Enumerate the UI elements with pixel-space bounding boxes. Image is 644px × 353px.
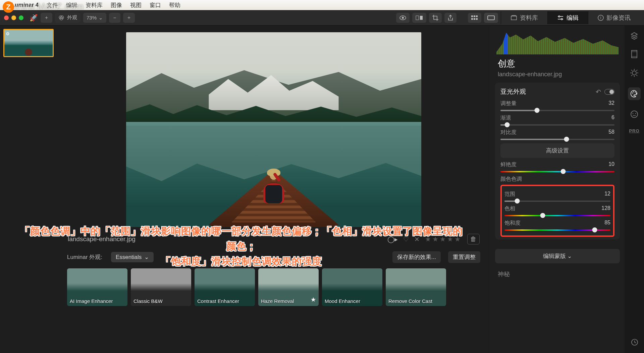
- creative-icon[interactable]: [628, 87, 641, 100]
- preset-label: AI Image Enhancer: [70, 298, 125, 304]
- next-tool-label[interactable]: 神秘: [490, 268, 625, 280]
- zoom-value: 73%: [87, 15, 97, 20]
- slider-contrast[interactable]: 对比度58: [500, 129, 614, 140]
- slider-fade[interactable]: 渐退6: [500, 115, 614, 126]
- fullscreen-window-icon[interactable]: [19, 15, 23, 20]
- slider-vibrance[interactable]: 鲜艳度10: [500, 161, 614, 172]
- slider-label: 渐退: [500, 115, 511, 122]
- preset-label: Contrast Enhancer: [197, 298, 252, 304]
- color-tone-header: 颜色色调: [500, 176, 614, 183]
- preset-item[interactable]: Remove Color Cast: [386, 268, 446, 306]
- svg-rect-6: [420, 16, 423, 20]
- add-button[interactable]: ＋: [41, 13, 52, 23]
- layers-icon[interactable]: [630, 32, 638, 40]
- venn-icon: [58, 15, 64, 21]
- svg-point-38: [633, 113, 633, 114]
- svg-point-39: [635, 113, 636, 114]
- histogram[interactable]: [496, 30, 619, 54]
- svg-point-17: [558, 16, 560, 17]
- card-toggle[interactable]: [604, 89, 614, 95]
- sliders-icon: [557, 15, 564, 20]
- grid-view-button[interactable]: [468, 13, 481, 23]
- delete-button[interactable]: 🗑: [467, 234, 480, 245]
- edit-mask-button[interactable]: 编辑蒙版 ⌄: [495, 249, 620, 263]
- svg-line-32: [636, 70, 637, 71]
- svg-rect-10: [471, 18, 473, 20]
- preset-item[interactable]: Mood Enhancer: [322, 268, 382, 306]
- compare-icon: [416, 15, 423, 20]
- preset-label: Remove Color Cast: [388, 298, 443, 304]
- filmstrip: ⚙: [0, 26, 57, 353]
- single-icon: [487, 15, 495, 20]
- svg-rect-14: [511, 16, 517, 20]
- slider-label: 饱和度: [504, 220, 521, 227]
- preview-button[interactable]: [396, 13, 410, 23]
- zoom-out-button[interactable]: −: [109, 13, 120, 23]
- portrait-icon[interactable]: [630, 110, 638, 118]
- menu-view[interactable]: 视图: [130, 1, 142, 9]
- slider-saturation[interactable]: 饱和度85: [504, 220, 610, 231]
- preset-label: Mood Enhancer: [325, 298, 380, 304]
- pro-icon[interactable]: PRO: [629, 128, 639, 133]
- slider-value: 85: [604, 220, 610, 227]
- looks-button[interactable]: 外观: [55, 13, 80, 23]
- mode-edit[interactable]: 编辑: [547, 11, 588, 24]
- info-icon: i: [598, 15, 604, 21]
- slider-value: 58: [608, 129, 614, 136]
- svg-point-36: [636, 93, 637, 94]
- menu-help[interactable]: 帮助: [169, 1, 180, 9]
- crop-button[interactable]: [429, 13, 442, 23]
- svg-rect-12: [476, 18, 478, 20]
- menu-library[interactable]: 资料库: [86, 1, 103, 9]
- minimize-window-icon[interactable]: [11, 15, 16, 20]
- svg-point-37: [631, 111, 638, 118]
- watermark-logo: Z: [3, 1, 14, 13]
- canvas-icon[interactable]: [631, 50, 638, 58]
- preset-item[interactable]: AI Image Enhancer: [67, 268, 127, 306]
- grid-icon: [471, 15, 478, 20]
- slider-range[interactable]: 范围12: [504, 191, 610, 202]
- menu-window[interactable]: 窗口: [150, 1, 161, 9]
- slider-amount[interactable]: 调整量32: [500, 100, 614, 111]
- advanced-settings-button[interactable]: 高级设置: [500, 143, 614, 158]
- preset-item[interactable]: Haze Removal★: [258, 268, 319, 306]
- preset-item[interactable]: Contrast Enhancer: [195, 268, 255, 306]
- mode-info[interactable]: i影像资讯: [588, 11, 640, 24]
- slider-label: 调整量: [500, 100, 517, 107]
- image-canvas[interactable]: [126, 32, 421, 227]
- matte-look-card: 亚光外观 ↶ 调整量32 渐退6 对比度58 高级设置 鲜艳度10: [495, 83, 620, 239]
- slider-label: 范围: [504, 191, 515, 198]
- chevron-down-icon: ⌄: [99, 15, 103, 21]
- card-title: 亚光外观: [500, 87, 526, 96]
- rocket-icon[interactable]: 🚀: [30, 14, 38, 22]
- tutorial-annotation: 「颜色色调」中的「范围」滑块影响图像的哪一部分发生颜色偏移；「色相」滑块设置了图…: [20, 224, 463, 269]
- slider-label: 色相: [504, 205, 515, 212]
- close-window-icon[interactable]: [4, 15, 9, 20]
- svg-line-31: [631, 75, 632, 76]
- slider-hue[interactable]: 色相128: [504, 205, 610, 216]
- star-icon: ★: [311, 296, 316, 303]
- single-view-button[interactable]: [484, 13, 498, 23]
- preset-label: Classic B&W: [133, 298, 189, 304]
- zoom-dropdown[interactable]: 73%⌄: [83, 13, 106, 23]
- mode-library[interactable]: 资料库: [501, 11, 547, 24]
- compare-button[interactable]: [412, 13, 426, 23]
- share-icon: [448, 15, 453, 21]
- menu-image[interactable]: 图像: [111, 1, 122, 9]
- svg-line-30: [636, 75, 637, 76]
- history-icon[interactable]: [630, 338, 638, 346]
- thumbnail[interactable]: ⚙: [3, 29, 54, 57]
- undo-icon[interactable]: ↶: [596, 88, 601, 96]
- eye-icon: [399, 15, 406, 20]
- share-button[interactable]: [444, 13, 457, 23]
- preset-label: Haze Removal: [261, 298, 316, 304]
- slider-value: 128: [601, 205, 610, 212]
- preset-item[interactable]: Classic B&W: [131, 268, 191, 306]
- essentials-icon[interactable]: [630, 69, 639, 77]
- svg-point-34: [633, 91, 634, 92]
- mac-menubar: Luminar 4 文件 编辑 资料库 图像 视图 窗口 帮助: [0, 0, 644, 10]
- svg-rect-11: [474, 18, 475, 20]
- slider-value: 12: [604, 191, 610, 198]
- svg-rect-13: [488, 16, 494, 20]
- zoom-in-button[interactable]: ＋: [123, 13, 135, 23]
